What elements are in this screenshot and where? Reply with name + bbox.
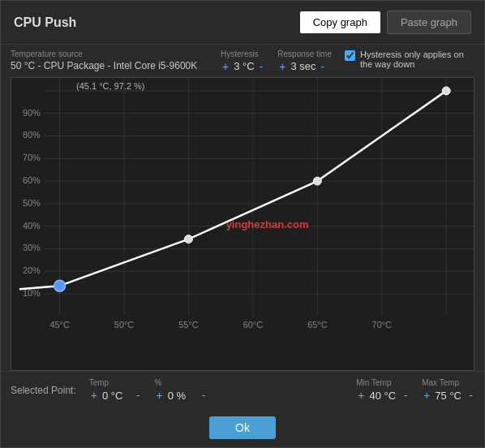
selected-point-row: Selected Point: Temp + 0 °C - % + 0 % - … xyxy=(1,371,484,408)
max-temp-increment-button[interactable]: + xyxy=(422,389,431,402)
graph-point-3[interactable] xyxy=(313,177,321,185)
graph-point-4[interactable] xyxy=(442,87,450,95)
graph-point-2[interactable] xyxy=(185,235,193,243)
percent-unit-label: % xyxy=(155,378,208,387)
controls-row: Temperature source 50 °C - CPU Package -… xyxy=(1,45,484,77)
min-temp-decrement-button[interactable]: - xyxy=(401,389,409,402)
hysteresis-only-down-checkbox[interactable] xyxy=(345,50,355,61)
percent-value: 0 % xyxy=(168,390,197,402)
hysteresis-decrement-button[interactable]: - xyxy=(258,61,265,72)
min-temp-increment-button[interactable]: + xyxy=(356,389,366,402)
svg-text:50%: 50% xyxy=(23,198,41,208)
hysteresis-note-text: Hysteresis only applies on the way down xyxy=(360,50,474,69)
temperature-source-group: Temperature source 50 °C - CPU Package -… xyxy=(11,50,208,71)
temperature-source-value-row: 50 °C - CPU Package - Intel Core i5-9600… xyxy=(11,60,208,71)
percent-decrement-button[interactable]: - xyxy=(200,389,208,402)
percent-increment-button[interactable]: + xyxy=(155,389,165,402)
svg-text:40%: 40% xyxy=(23,221,41,230)
graph-area[interactable]: (45.1 °C, 97.2 %) yinghezhan.com xyxy=(11,77,474,371)
cpu-push-dialog: CPU Push Copy graph Paste graph Temperat… xyxy=(0,0,485,448)
temperature-source-label: Temperature source xyxy=(11,50,208,58)
svg-text:60°C: 60°C xyxy=(243,320,263,330)
max-temp-value: 75 °C xyxy=(435,390,464,402)
svg-text:70°C: 70°C xyxy=(372,320,392,330)
percent-value-row: + 0 % - xyxy=(155,389,208,402)
temp-increment-button[interactable]: + xyxy=(89,389,99,402)
paste-graph-button[interactable]: Paste graph xyxy=(387,11,471,34)
temp-value: 0 °C xyxy=(102,390,131,402)
hysteresis-value-row: + 3 °C - xyxy=(221,60,264,72)
hysteresis-label: Hysteresis xyxy=(221,50,264,58)
hysteresis-value: 3 °C xyxy=(234,60,254,72)
min-temp-label: Min Temp xyxy=(356,378,409,387)
selected-point-label: Selected Point: xyxy=(11,385,76,396)
svg-text:10%: 10% xyxy=(23,288,41,298)
min-temp-group: Min Temp + 40 °C - xyxy=(356,378,409,402)
max-temp-group: Max Temp + 75 °C - xyxy=(422,378,474,402)
max-temp-decrement-button[interactable]: - xyxy=(467,389,474,402)
svg-rect-0 xyxy=(11,78,474,336)
temperature-source-select[interactable]: 50 °C - CPU Package - Intel Core i5-9600… xyxy=(11,60,198,71)
svg-text:90%: 90% xyxy=(23,108,41,118)
graph-point-1[interactable] xyxy=(54,280,66,291)
dialog-footer: Ok xyxy=(1,408,484,447)
response-time-decrement-button[interactable]: - xyxy=(320,61,327,72)
hysteresis-note-group: Hysteresis only applies on the way down xyxy=(345,50,474,69)
graph-svg[interactable]: 10% 20% 30% 40% 50% 60% 70% 80% 90% 45°C… xyxy=(11,78,474,336)
hysteresis-increment-button[interactable]: + xyxy=(221,61,230,72)
svg-text:60%: 60% xyxy=(23,175,41,185)
min-temp-value-row: + 40 °C - xyxy=(356,389,409,402)
svg-text:50°C: 50°C xyxy=(114,320,134,330)
temp-group: Temp + 0 °C - xyxy=(89,378,142,402)
svg-text:20%: 20% xyxy=(23,265,41,275)
svg-text:55°C: 55°C xyxy=(178,320,198,330)
svg-text:30%: 30% xyxy=(23,243,41,252)
response-time-increment-button[interactable]: + xyxy=(277,61,287,72)
svg-text:45°C: 45°C xyxy=(49,320,69,330)
dialog-title: CPU Push xyxy=(14,15,300,30)
temp-unit-label: Temp xyxy=(89,378,142,387)
svg-text:80%: 80% xyxy=(23,130,41,140)
svg-text:65°C: 65°C xyxy=(307,320,327,330)
svg-text:70%: 70% xyxy=(23,153,41,162)
dialog-header: CPU Push Copy graph Paste graph xyxy=(1,1,484,45)
response-time-label: Response time xyxy=(277,50,332,58)
max-temp-label: Max Temp xyxy=(422,378,474,387)
response-time-value-row: + 3 sec - xyxy=(277,60,332,72)
temp-decrement-button[interactable]: - xyxy=(135,389,142,402)
min-temp-value: 40 °C xyxy=(369,390,398,402)
temp-value-row: + 0 °C - xyxy=(89,389,142,402)
graph-tooltip: (45.1 °C, 97.2 %) xyxy=(76,81,145,91)
copy-graph-button[interactable]: Copy graph xyxy=(300,11,380,33)
max-temp-value-row: + 75 °C - xyxy=(422,389,474,402)
hysteresis-group: Hysteresis + 3 °C - xyxy=(221,50,264,72)
ok-button[interactable]: Ok xyxy=(209,416,276,439)
response-time-value: 3 sec xyxy=(290,60,315,72)
response-time-group: Response time + 3 sec - xyxy=(277,50,332,72)
percent-group: % + 0 % - xyxy=(155,378,208,402)
